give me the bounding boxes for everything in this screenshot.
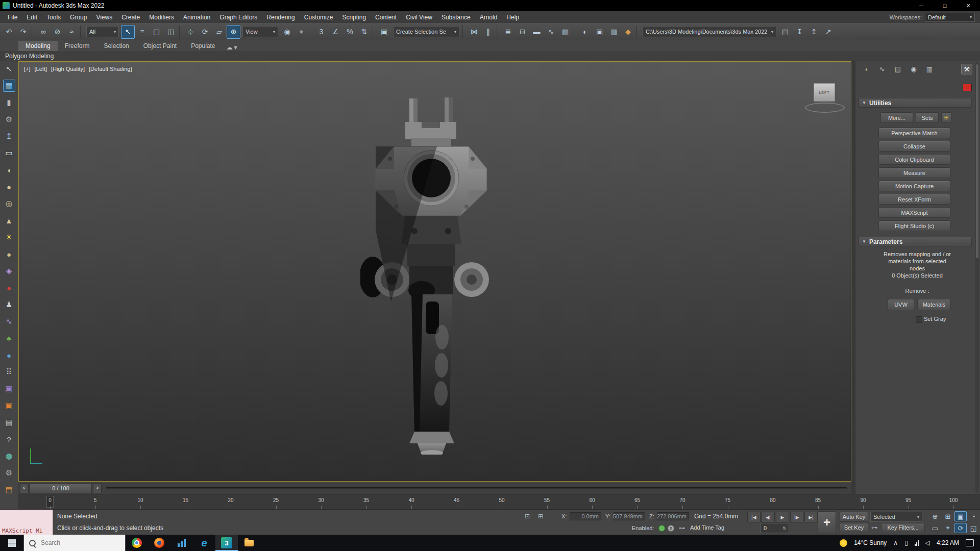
select-by-name-icon[interactable]: ≡ xyxy=(135,25,149,39)
cone-primitive-icon[interactable]: ▲ xyxy=(3,214,15,227)
dome-primitive-icon[interactable]: ◖ xyxy=(3,164,15,176)
layer-manager-icon[interactable]: ≣ xyxy=(501,25,515,39)
reference-coordinate-dropdown[interactable]: View▾ xyxy=(242,26,278,37)
select-cursor-icon[interactable]: ↖ xyxy=(3,63,15,75)
render-preset-icon[interactable]: ▣ xyxy=(3,399,15,412)
light-bulb-icon[interactable]: ◍ xyxy=(3,450,15,462)
motion-tab[interactable]: ◉ xyxy=(908,64,919,74)
menu-civil-view[interactable]: Civil View xyxy=(401,12,437,23)
frame-number-field[interactable]: 0 ⇅ xyxy=(761,523,789,533)
go-to-end-button[interactable]: ▶| xyxy=(804,512,818,522)
bind-to-space-warp-icon[interactable]: ≈ xyxy=(65,25,79,39)
battery-icon[interactable]: ▯ xyxy=(904,539,908,546)
remove-materials-button[interactable]: Materials xyxy=(917,299,951,310)
undo-icon[interactable]: ↶ xyxy=(2,25,16,39)
select-object-icon[interactable]: ↖ xyxy=(121,25,135,39)
more-utilities-button[interactable]: More... xyxy=(880,112,913,123)
select-and-move-icon[interactable]: ⊹ xyxy=(184,25,198,39)
ribbon-caret-icon[interactable]: ▾ xyxy=(234,44,237,51)
select-and-rotate-icon[interactable]: ⟳ xyxy=(198,25,212,39)
select-and-scale-icon[interactable]: ▱ xyxy=(212,25,226,39)
time-slider-track[interactable] xyxy=(106,487,847,489)
snaps-toggle-icon[interactable]: 3 xyxy=(314,25,328,39)
viewport[interactable]: [+][Left][High Quality][Default Shading] xyxy=(18,61,851,482)
file-explorer-icon[interactable] xyxy=(238,535,260,551)
plane-primitive-icon[interactable]: ▭ xyxy=(3,147,15,159)
menu-views[interactable]: Views xyxy=(91,12,117,23)
display-tab[interactable]: ▥ xyxy=(924,64,935,74)
render-production-icon[interactable]: ◆ xyxy=(621,25,635,39)
menu-content[interactable]: Content xyxy=(371,12,401,23)
time-forward-button[interactable]: > xyxy=(93,483,102,493)
foliage-icon[interactable]: ♣ xyxy=(3,332,15,344)
auto-key-button[interactable]: Auto Key xyxy=(840,512,868,522)
panel-color-swatch[interactable] xyxy=(963,84,972,91)
firefox-icon[interactable] xyxy=(148,535,170,551)
selection-lock-icon[interactable]: ⊡ xyxy=(525,513,530,520)
share-icon[interactable]: ↗ xyxy=(821,25,835,39)
time-back-button[interactable]: < xyxy=(20,483,29,493)
menu-modifiers[interactable]: Modifiers xyxy=(144,12,179,23)
z-coordinate-field[interactable]: 272.006mm xyxy=(657,512,689,520)
render-setup-icon[interactable]: ▣ xyxy=(593,25,606,39)
play-button[interactable]: ▶ xyxy=(776,512,789,522)
clock[interactable]: 4:22 AM xyxy=(937,539,959,546)
percent-snap-icon[interactable]: % xyxy=(343,25,357,39)
key-filters-button[interactable]: Key Filters... xyxy=(881,523,925,532)
unlink-selection-icon[interactable]: ⊘ xyxy=(51,25,64,39)
selection-set-dropdown[interactable]: Selected ▾ xyxy=(870,512,922,522)
menu-substance[interactable]: Substance xyxy=(437,12,475,23)
viewport-pov-menu[interactable]: [Left] xyxy=(35,66,47,72)
extrude-icon[interactable]: ↥ xyxy=(3,130,15,142)
tab-modeling[interactable]: Modeling xyxy=(18,41,58,51)
use-pivot-center-icon[interactable]: ◉ xyxy=(280,25,294,39)
tab-selection[interactable]: Selection xyxy=(96,41,136,51)
select-and-manipulate-icon[interactable]: ⌖ xyxy=(295,25,308,39)
menu-tools[interactable]: Tools xyxy=(42,12,65,23)
utility-sets-button[interactable]: Sets xyxy=(916,112,939,123)
create-tab[interactable]: + xyxy=(861,64,872,74)
set-key-button[interactable]: Set Key xyxy=(840,523,868,532)
scene-explorer-icon[interactable]: ⊟ xyxy=(516,25,529,39)
viewport-shading-menu[interactable]: [Default Shading] xyxy=(89,66,132,72)
spring-icon[interactable]: ∿ xyxy=(3,315,15,328)
x-coordinate-field[interactable]: 0.0mm xyxy=(570,512,601,520)
display-monitor-icon[interactable]: ▣ xyxy=(3,383,15,395)
absolute-mode-icon[interactable]: ⊞ xyxy=(538,513,543,520)
tab-populate[interactable]: Populate xyxy=(184,41,222,51)
biped-icon[interactable]: ♟ xyxy=(3,298,15,311)
track-bar[interactable]: 0510152025303540455055606570758085909510… xyxy=(18,494,980,510)
chrome-icon[interactable] xyxy=(126,535,148,551)
viewport-layout-icon[interactable]: ▦ xyxy=(3,80,15,92)
angle-snap-icon[interactable]: ∠ xyxy=(329,25,342,39)
named-selection-sets-dropdown[interactable]: Create Selection Se▾ xyxy=(393,26,459,37)
panel-scrollbar-thumb[interactable] xyxy=(976,64,978,258)
maximize-button[interactable]: □ xyxy=(933,0,957,11)
maxscript-mini-listener[interactable]: MAXScript Mi xyxy=(0,510,53,535)
start-button[interactable] xyxy=(0,535,23,551)
field-of-view-icon[interactable]: ◔ xyxy=(967,511,979,521)
container-icon[interactable]: ▤ xyxy=(3,416,15,429)
export-file-icon[interactable]: ↥ xyxy=(807,25,821,39)
close-button[interactable]: ✕ xyxy=(957,0,980,11)
zoom-extents-icon[interactable]: ▣ xyxy=(954,511,967,521)
animation-enabled-indicator[interactable] xyxy=(658,525,665,532)
select-and-link-icon[interactable]: ∞ xyxy=(36,25,50,39)
cylinder-primitive-icon[interactable]: ▮ xyxy=(3,96,15,109)
menu-create[interactable]: Create xyxy=(117,12,144,23)
add-time-tag[interactable]: Add Time Tag xyxy=(690,524,724,531)
ui-layout-icon[interactable]: ▤ xyxy=(3,484,15,496)
tab-object-paint[interactable]: Object Paint xyxy=(136,41,184,51)
viewport-general-menu[interactable]: [+] xyxy=(24,66,31,72)
utility-button-flight-studio-c[interactable]: Flight Studio (c) xyxy=(878,220,950,231)
remove-uvw-button[interactable]: UVW xyxy=(888,299,914,310)
menu-arnold[interactable]: Arnold xyxy=(475,12,502,23)
select-and-place-icon[interactable]: ⊕ xyxy=(227,25,240,39)
viewcube[interactable]: LEFT xyxy=(814,83,835,102)
geosphere-primitive-icon[interactable]: ● xyxy=(3,248,15,260)
edit-named-selection-sets-icon[interactable]: ▣ xyxy=(377,25,391,39)
time-slider-handle[interactable]: 0 / 100 xyxy=(30,483,92,493)
search-input[interactable] xyxy=(40,539,113,547)
menu-customize[interactable]: Customize xyxy=(300,12,338,23)
ribbon-panel-bar[interactable]: Polygon Modeling xyxy=(0,51,980,62)
